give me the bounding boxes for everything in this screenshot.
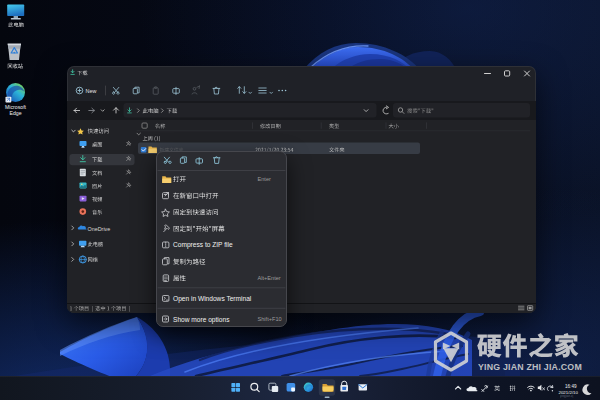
svg-text:YING JIAN ZHI JIA.COM: YING JIAN ZHI JIA.COM bbox=[478, 362, 582, 372]
